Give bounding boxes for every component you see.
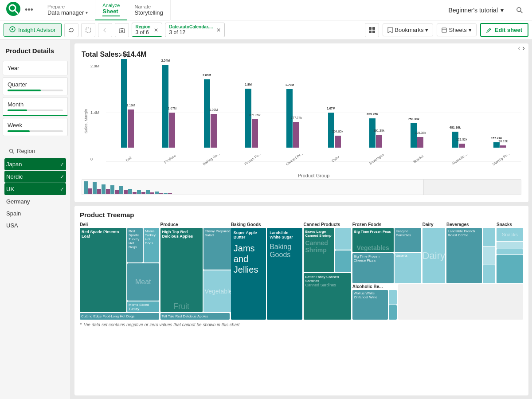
camera-button[interactable] xyxy=(115,23,129,37)
deli-cell-1[interactable]: Red Spade Pimento Loaf xyxy=(80,228,126,312)
nav-prepare[interactable]: Prepare Data manager ▾ xyxy=(40,0,95,20)
region-filter-close[interactable]: ✕ xyxy=(154,27,158,33)
mini-purple-2 xyxy=(106,189,110,194)
date-filter-close[interactable]: ✕ xyxy=(216,27,221,33)
purple-bar-3[interactable]: 871.35k xyxy=(252,119,258,148)
chart-scroll-bar[interactable] xyxy=(82,179,521,195)
left-sidebar: Product Details Year Quarter Month Week … xyxy=(0,40,71,399)
prev-sheet[interactable]: ‹ xyxy=(518,43,520,53)
nav-analyze[interactable]: Analyze Sheet xyxy=(95,0,127,20)
week-filter[interactable]: Week xyxy=(3,118,68,136)
bookmarks-button[interactable]: Bookmarks ▾ xyxy=(383,23,433,36)
mini-purple-9 xyxy=(168,193,172,194)
mini-teal-9 xyxy=(164,193,168,194)
baking-section: Baking Goods Super Apple Butter Jams and… xyxy=(231,222,302,320)
alcoholic-cell-1[interactable]: Walrus White Zinfandel Wine xyxy=(352,290,388,320)
mini-purple-4 xyxy=(124,190,128,194)
mini-purple-1 xyxy=(97,189,101,194)
x-axis-label: Product Group xyxy=(106,161,521,179)
svg-rect-9 xyxy=(119,29,125,33)
snacks-cell[interactable]: Snacks xyxy=(497,228,523,241)
region-label: Region xyxy=(17,148,35,154)
produce-cell-3[interactable]: Tell Tale Red Delcious Apples xyxy=(160,313,230,320)
deli-cell-2[interactable]: Red Spade Turkey Hot Dogs xyxy=(127,228,143,262)
purple-bar-2[interactable]: 1.02M xyxy=(211,114,217,148)
region-search-row[interactable]: Region xyxy=(4,144,66,158)
produce-cell-1[interactable]: High Top Red Delcious Apples Fruit xyxy=(160,228,203,312)
teal-bar-7[interactable]: 750.38k xyxy=(411,123,417,148)
teal-bar-6[interactable]: 899.76k xyxy=(369,118,376,148)
purple-bar-1[interactable]: 1.07M xyxy=(169,113,175,148)
deli-cell-3[interactable]: Moms Turkey Hot Dogs xyxy=(144,228,159,262)
canned-cell-2[interactable]: Better Fancy Canned Sardines Canned Sard… xyxy=(304,273,351,320)
region-japan[interactable]: Japan ✓ xyxy=(4,158,66,170)
nav-narrate[interactable]: Narrate Storytelling xyxy=(127,0,170,20)
teal-bar-3[interactable]: 1.8M xyxy=(245,89,251,148)
bookmarks-arrow: ▾ xyxy=(425,27,428,33)
purple-bar-0[interactable]: 1.16M xyxy=(128,110,134,148)
teal-bar-9[interactable]: 157.74k xyxy=(493,142,500,148)
purple-bar-6[interactable]: 391.39k xyxy=(376,135,382,148)
sheets-button[interactable]: Sheets ▾ xyxy=(437,23,476,36)
bev-small-1 xyxy=(483,228,495,246)
teal-bar-0[interactable]: 2.72M xyxy=(121,59,127,148)
frozen-cell-3[interactable]: Big Time Frozen Cheese Pizza xyxy=(352,253,394,283)
teal-bar-2[interactable]: 2.09M xyxy=(204,79,210,148)
chart-title: Total Sales: $14.4M xyxy=(82,51,521,59)
region-usa[interactable]: USA xyxy=(4,219,66,231)
frozen-cell-2[interactable]: Imagine Ponsicles xyxy=(395,228,421,252)
purple-bar-4[interactable]: 777.74k xyxy=(293,122,299,148)
region-filter-chip[interactable]: Region 3 of 6 ✕ xyxy=(132,23,163,37)
treemap-grid: Deli Red Spade Pimento Loaf Red Spade Tu… xyxy=(80,222,523,320)
svg-rect-12 xyxy=(372,27,375,30)
canned-cell-small-2[interactable] xyxy=(335,250,351,272)
quarter-filter[interactable]: Quarter xyxy=(3,77,68,95)
deli-cell-5[interactable]: Cutting Edge Foot-Long Hot Dogs xyxy=(80,313,159,320)
beverages-cell-1[interactable]: Landslide French Roast Coffee xyxy=(446,228,482,283)
region-germany[interactable]: Germany xyxy=(4,196,66,207)
tutorial-selector[interactable]: Beginner's tutorial ▾ xyxy=(443,7,509,14)
canned-cell-1[interactable]: Bravo Large Canned Shrimp Canned Shrimp xyxy=(304,228,334,272)
snacks-small-2 xyxy=(497,249,523,254)
selection-button[interactable] xyxy=(81,23,95,37)
uk-check: ✓ xyxy=(60,186,64,192)
teal-bar-1[interactable]: 2.54M xyxy=(162,65,168,148)
region-nordic[interactable]: Nordic ✓ xyxy=(4,171,66,183)
insight-icon xyxy=(9,26,16,34)
region-spain[interactable]: Spain xyxy=(4,207,66,219)
svg-point-0 xyxy=(6,2,20,16)
frozen-cell-vasserta[interactable]: Vasserta xyxy=(395,253,421,283)
region-uk[interactable]: UK ✓ xyxy=(4,183,66,195)
back-button[interactable] xyxy=(98,23,112,37)
dairy-cell[interactable]: Dairy xyxy=(422,228,445,283)
snacks-small-1 xyxy=(497,242,523,249)
mini-teal-7 xyxy=(146,190,150,194)
right-column: Frozen Foods Big Time Frozen Peas Vegeta… xyxy=(352,222,523,320)
date-filter-chip[interactable]: Date.autoCalendar.... 3 of 12 ✕ xyxy=(165,23,225,37)
purple-bar-9[interactable]: 78.13k xyxy=(500,145,506,148)
edit-sheet-button[interactable]: Edit sheet xyxy=(480,23,528,37)
canned-cell-small-1[interactable] xyxy=(335,228,351,250)
month-filter[interactable]: Month xyxy=(3,97,68,116)
qlik-menu-dots[interactable]: ••• xyxy=(25,5,33,15)
global-search-button[interactable] xyxy=(512,3,527,17)
purple-bar-8[interactable]: 121.92k xyxy=(459,144,465,148)
frozen-cell-1[interactable]: Big Time Frozen Peas Vegetables xyxy=(352,228,394,252)
remaining-space xyxy=(398,284,523,320)
lasso-button[interactable] xyxy=(64,23,78,37)
year-filter[interactable]: Year xyxy=(3,61,68,75)
deli-cell-4[interactable]: Moms Sliced Turkey xyxy=(127,301,159,312)
baking-cell-1[interactable]: Super Apple Butter Jams and Jellies xyxy=(231,228,266,320)
bar-group-Deli: 2.72M1.16MDeli xyxy=(108,59,147,161)
purple-bar-5[interactable]: 364.85k xyxy=(335,136,341,148)
insight-advisor-button[interactable]: Insight Advisor xyxy=(4,23,62,37)
deli-meat-watermark[interactable]: Meat xyxy=(127,263,159,301)
mini-purple-3 xyxy=(115,190,119,194)
next-sheet[interactable]: › xyxy=(522,43,525,53)
grid-layout-button[interactable] xyxy=(365,23,379,37)
baking-cell-2[interactable]: Landslide White Sugar Baking Goods xyxy=(267,228,302,320)
japan-check: ✓ xyxy=(60,161,64,168)
nordic-check: ✓ xyxy=(60,174,64,180)
purple-bar-7[interactable]: 325.38k xyxy=(417,137,423,148)
mini-teal-1 xyxy=(93,182,97,194)
